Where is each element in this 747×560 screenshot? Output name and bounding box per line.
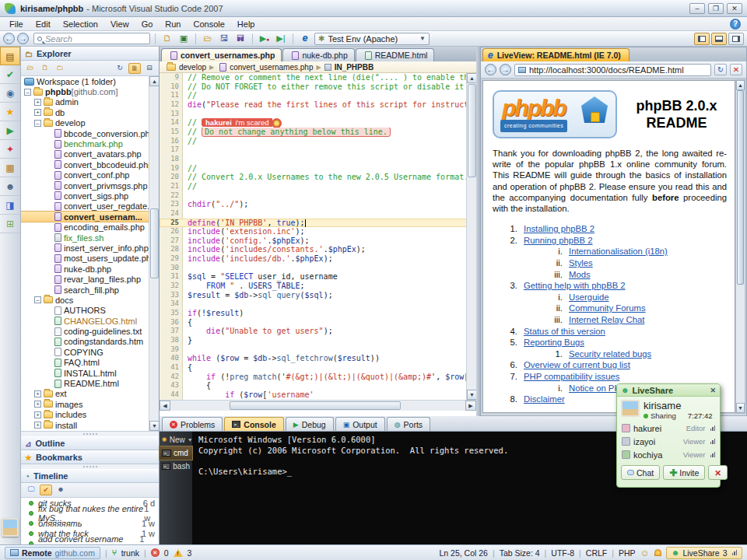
toggle-rightbar-button[interactable]: [728, 33, 744, 45]
toc-link[interactable]: Userguide: [569, 292, 609, 303]
tree-item-copying[interactable]: COPYING: [21, 347, 159, 357]
tree-item-ext[interactable]: +ext: [21, 389, 159, 399]
run-icon[interactable]: ▶●: [258, 33, 272, 45]
cursor-position[interactable]: Ln 25, Col 26: [439, 548, 487, 558]
tree-item-convert-user-regdate-[interactable]: convert_user_regdate...: [21, 201, 159, 212]
breadcrumb[interactable]: develop▶convert_usernames.php▶IN_PHPBB: [160, 61, 476, 73]
blocks-icon[interactable]: ⊞: [0, 215, 20, 233]
tree-item-faq-html[interactable]: FAQ.html: [21, 358, 159, 368]
feedback-smiley-icon[interactable]: ☺: [640, 548, 650, 558]
tree-item-insert-server-info-php[interactable]: insert_server_info.php: [21, 243, 159, 253]
expander-icon[interactable]: –: [34, 296, 41, 303]
breadcrumb-item[interactable]: develop: [179, 63, 206, 72]
toc-link[interactable]: Community Forums: [569, 303, 646, 314]
back-button[interactable]: ←: [485, 64, 496, 75]
tab-convert-usernames-php[interactable]: convert_usernames.php: [161, 48, 282, 61]
step-icon[interactable]: ▶|: [274, 33, 288, 45]
stop-icon[interactable]: ✕: [730, 64, 742, 75]
menu-view[interactable]: View: [104, 19, 135, 30]
forward-button[interactable]: →: [500, 64, 511, 75]
warning-count[interactable]: 3: [188, 548, 192, 558]
close-icon[interactable]: ✕: [710, 387, 716, 394]
terminal-new[interactable]: ✺New▼: [160, 433, 192, 446]
error-count[interactable]: 0: [164, 548, 169, 558]
tree-item-convert-privmsgs-php[interactable]: convert_privmsgs.php: [21, 180, 159, 191]
extensions-gift-icon[interactable]: ▦: [0, 159, 20, 177]
menu-go[interactable]: Go: [135, 19, 160, 30]
tree-item-encoding-emails-php[interactable]: encoding_emails.php: [21, 222, 159, 232]
run-debug-icon[interactable]: ▶: [0, 121, 20, 140]
tree-scrollbar[interactable]: ▲ ▼: [149, 76, 159, 431]
browser-icon[interactable]: e: [298, 33, 312, 45]
outline-header[interactable]: ⊿ Outline: [21, 436, 159, 450]
toggle-panel-button[interactable]: [711, 33, 727, 45]
toc-link[interactable]: Disclaimer: [524, 394, 565, 405]
terminal-bash[interactable]: >_bash: [160, 460, 192, 473]
expander-icon[interactable]: –: [34, 120, 41, 127]
tree-item-readme-html[interactable]: README.html: [21, 378, 159, 388]
tab-readme-html[interactable]: README.html: [356, 48, 435, 61]
remote-indicator[interactable]: Remote github.com: [5, 547, 100, 559]
liveview-tab[interactable]: e LiveView: README.html (IE 7.0): [482, 48, 630, 61]
save-icon[interactable]: 🖫: [217, 33, 231, 45]
panel-tab-debug[interactable]: ▶Debug: [286, 417, 334, 431]
explorer-header[interactable]: 🗀 Explorer: [21, 47, 159, 61]
menu-edit[interactable]: Edit: [30, 19, 57, 30]
panel-tab-problems[interactable]: ✕Problems: [162, 417, 223, 431]
refresh-icon[interactable]: ↻: [114, 63, 126, 74]
toc-link[interactable]: PHP compatibility issues: [524, 371, 619, 383]
panel-tab-console[interactable]: >_Console: [224, 417, 283, 431]
expander-icon[interactable]: +: [34, 99, 41, 106]
branch-name[interactable]: trunk: [121, 548, 139, 558]
environment-selector[interactable]: ✱ Test Env (Apache) ▼: [314, 33, 430, 45]
bookmarks-header[interactable]: ★ Bookmarks: [21, 450, 159, 464]
participant-kochiya[interactable]: kochiyaViewer: [617, 448, 720, 461]
tree-item-includes[interactable]: +includes: [21, 410, 159, 420]
toc-link[interactable]: Internet Relay Chat: [569, 314, 644, 326]
tree-item-nuke-db-php[interactable]: nuke-db.php: [21, 264, 159, 274]
tab-nuke-db-php[interactable]: nuke-db.php: [282, 48, 354, 61]
menu-help[interactable]: Help: [231, 19, 261, 30]
encoding[interactable]: UTF-8: [551, 548, 574, 558]
tree-item-convert-avatars-php[interactable]: convert_avatars.php: [21, 149, 159, 159]
tree-item-bbcode-conversion-php[interactable]: bbcode_conversion.php: [21, 128, 159, 138]
tree-item-search-fill-php[interactable]: search_fill.php: [21, 285, 159, 295]
search-icon[interactable]: ◉: [0, 84, 20, 103]
toc-link[interactable]: Status of this version: [524, 326, 605, 338]
tree-item-convert-conf-php[interactable]: convert_conf.php: [21, 170, 159, 180]
url-input[interactable]: http://localhost:3000/docs/README.html: [514, 64, 711, 76]
tree-item-most-users-update-php[interactable]: most_users_update.php: [21, 254, 159, 264]
tree-item-develop[interactable]: –develop: [21, 118, 159, 128]
toc-link[interactable]: Running phpBB 2: [524, 235, 593, 247]
tree-item-convert-sigs-php[interactable]: convert_sigs.php: [21, 191, 159, 201]
breadcrumb-item[interactable]: convert_usernames.php: [230, 63, 313, 72]
toc-link[interactable]: Installing phpBB 2: [524, 223, 594, 235]
save-all-icon[interactable]: 🖬: [233, 33, 247, 45]
new-file-icon[interactable]: 🗋: [39, 63, 51, 74]
expander-icon[interactable]: +: [34, 411, 41, 418]
editor-horizontal-scrollbar[interactable]: ◀ ▶: [160, 400, 476, 411]
forward-button[interactable]: →: [17, 33, 29, 44]
language-mode[interactable]: PHP: [619, 548, 636, 558]
toc-link[interactable]: Reporting Bugs: [524, 337, 584, 348]
toc-link[interactable]: Internationalisation (i18n): [569, 246, 668, 257]
collapse-all-icon[interactable]: ⊟: [143, 63, 156, 74]
tree-item-install[interactable]: +install: [21, 420, 159, 430]
tree-item-phpbb[interactable]: –phpbb [github.com]: [21, 86, 159, 96]
expander-icon[interactable]: +: [34, 109, 41, 116]
help-icon[interactable]: ?: [730, 19, 741, 30]
breadcrumb-item[interactable]: IN_PHPBB: [335, 63, 374, 72]
tree-item-benchmark-php[interactable]: benchmark.php: [21, 138, 159, 149]
tree-item-changelog-html[interactable]: CHANGELOG.html: [21, 316, 159, 326]
toc-link[interactable]: Getting help with phpBB 2: [524, 280, 626, 292]
tree-item-authors[interactable]: AUTHORS: [21, 306, 159, 316]
tree-item-images[interactable]: +images: [21, 399, 159, 409]
explorer-icon[interactable]: ▤: [0, 47, 20, 65]
participant-hakurei[interactable]: hakureiEditor: [617, 422, 720, 435]
toc-link[interactable]: Mods: [569, 269, 591, 281]
tree-item-revar-lang-files-php[interactable]: revar_lang_files.php: [21, 274, 159, 284]
participant-izayoi[interactable]: izayoiViewer: [617, 435, 720, 448]
timeline-header[interactable]: ◔ Timeline: [21, 469, 159, 483]
menu-run[interactable]: Run: [159, 19, 187, 30]
source-control-icon[interactable]: ✔: [0, 65, 20, 84]
